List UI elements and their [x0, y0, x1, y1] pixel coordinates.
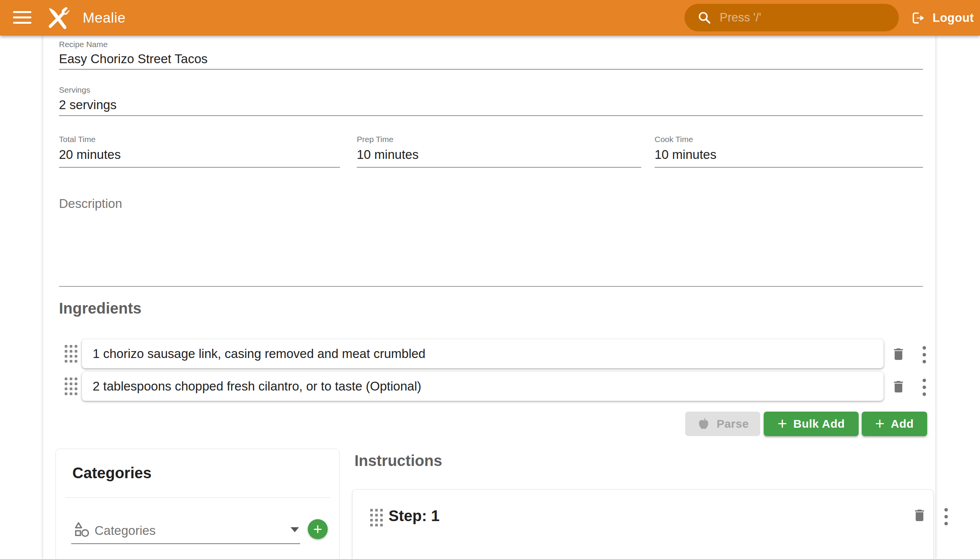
- step-title: Step: 1: [388, 507, 440, 524]
- bulk-add-button[interactable]: + Bulk Add: [764, 412, 859, 436]
- cook-time-input[interactable]: 10 minutes: [654, 147, 716, 162]
- total-time-underline: [59, 167, 340, 168]
- trash-icon: [912, 508, 927, 523]
- instructions-heading: Instructions: [354, 452, 442, 470]
- categories-card: Categories Categories +: [56, 449, 340, 559]
- search-icon: [697, 11, 711, 25]
- plus-icon: +: [777, 416, 787, 432]
- ingredient-menu-button[interactable]: [920, 344, 928, 366]
- ingredient-delete-button[interactable]: [890, 346, 907, 363]
- ingredient-menu-button[interactable]: [920, 376, 928, 398]
- ingredient-input[interactable]: 1 chorizo sausage link, casing removed a…: [82, 339, 884, 368]
- cook-time-label: Cook Time: [654, 135, 693, 144]
- add-category-button[interactable]: +: [308, 519, 328, 539]
- search-input[interactable]: Press '/': [684, 4, 899, 31]
- apple-icon: [697, 417, 711, 431]
- servings-underline: [59, 115, 923, 116]
- cook-time-underline: [654, 167, 923, 168]
- plus-icon: +: [875, 416, 885, 432]
- ingredient-text: 1 chorizo sausage link, casing removed a…: [93, 347, 425, 361]
- chevron-down-icon[interactable]: [291, 527, 299, 532]
- app-header: Mealie Press '/' Logout: [0, 0, 980, 36]
- trash-icon: [891, 379, 906, 394]
- menu-icon[interactable]: [13, 11, 31, 25]
- ingredient-input[interactable]: 2 tablespoons chopped fresh cilantro, or…: [82, 372, 884, 401]
- ingredients-heading: Ingredients: [59, 300, 142, 317]
- search-placeholder: Press '/': [720, 11, 761, 25]
- add-label: Add: [891, 417, 914, 430]
- servings-label: Servings: [59, 85, 90, 94]
- ingredient-drag-handle[interactable]: [65, 345, 77, 362]
- recipe-name-input[interactable]: Easy Chorizo Street Tacos: [59, 52, 208, 66]
- app-title: Mealie: [83, 0, 126, 36]
- categories-select[interactable]: Categories: [94, 523, 156, 538]
- step-delete-button[interactable]: [911, 506, 928, 524]
- description-textarea[interactable]: [59, 212, 923, 284]
- ingredient-text: 2 tablespoons chopped fresh cilantro, or…: [93, 379, 421, 394]
- logout-label: Logout: [932, 11, 974, 25]
- prep-time-input[interactable]: 10 minutes: [357, 147, 418, 162]
- recipe-editor-page: Mealie Press '/' Logout Recipe Name Easy…: [0, 0, 980, 559]
- recipe-name-label: Recipe Name: [59, 40, 107, 49]
- prep-time-underline: [357, 167, 641, 168]
- servings-input[interactable]: 2 servings: [59, 98, 116, 112]
- total-time-label: Total Time: [59, 135, 96, 144]
- ingredient-drag-handle[interactable]: [65, 377, 77, 395]
- categories-select-underline: [71, 543, 300, 544]
- description-underline: [59, 286, 923, 287]
- step-menu-button[interactable]: [942, 506, 950, 528]
- categories-card-title: Categories: [72, 465, 152, 482]
- plus-icon: +: [313, 521, 322, 538]
- recipe-name-underline: [59, 69, 923, 70]
- mealie-logo-icon: [45, 5, 71, 31]
- add-button[interactable]: + Add: [862, 412, 927, 436]
- logout-button[interactable]: Logout: [910, 0, 974, 36]
- total-time-input[interactable]: 20 minutes: [59, 147, 121, 162]
- prep-time-label: Prep Time: [357, 135, 393, 144]
- description-label: Description: [59, 197, 122, 211]
- step-drag-handle[interactable]: [370, 509, 383, 526]
- recipe-editor-card: Recipe Name Easy Chorizo Street Tacos Se…: [43, 36, 935, 559]
- bulk-add-label: Bulk Add: [793, 417, 845, 430]
- parse-label: Parse: [717, 417, 749, 430]
- ingredient-delete-button[interactable]: [890, 378, 907, 395]
- category-shapes-icon: [73, 521, 90, 538]
- categories-divider: [66, 497, 331, 498]
- trash-icon: [891, 347, 906, 362]
- step-card: Step: 1 Combine crumbled chorizo and chi…: [352, 489, 934, 559]
- parse-button[interactable]: Parse: [685, 412, 760, 436]
- logout-icon: [910, 11, 925, 25]
